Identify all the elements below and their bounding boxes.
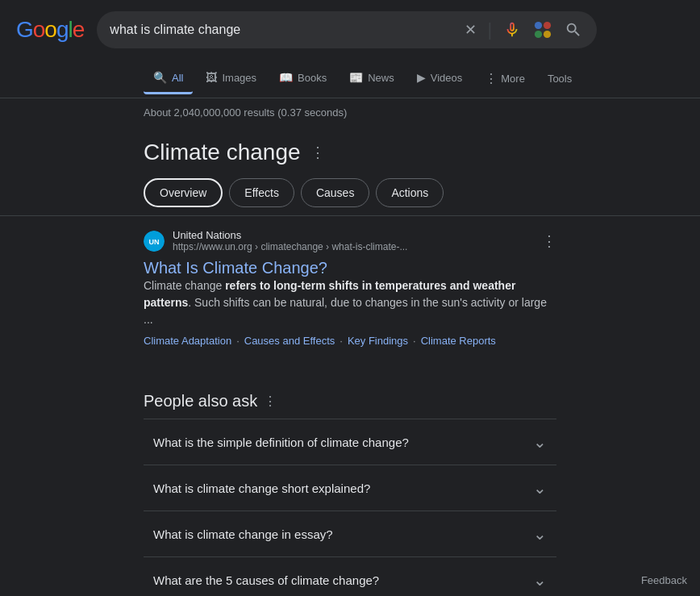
microphone-icon [503, 21, 521, 39]
microphone-button[interactable] [502, 19, 523, 40]
search-bar: ✕ | [97, 11, 597, 48]
feedback-link[interactable]: Feedback [641, 574, 687, 586]
link-sep-2: · [413, 335, 416, 347]
result-link-2[interactable]: Key Findings [348, 335, 408, 347]
tab-images-label: Images [222, 72, 256, 84]
chip-effects[interactable]: Effects [229, 178, 294, 207]
header: Google ✕ | [0, 0, 700, 60]
snippet-before: Climate change [144, 279, 225, 292]
paa-chevron-1: ⌄ [533, 478, 547, 498]
result-source: UN United Nations https://www.un.org › c… [144, 229, 556, 252]
paa-item-3[interactable]: What are the 5 causes of climate change?… [144, 556, 556, 596]
lens-button[interactable] [532, 19, 553, 40]
paa-question-2: What is climate change in essay? [153, 527, 333, 541]
tab-books-label: Books [298, 72, 327, 84]
search-icons: ✕ | [463, 19, 585, 40]
more-button[interactable]: ⋮ More [475, 63, 535, 94]
feedback-bar: Feedback [628, 565, 700, 596]
source-info: United Nations https://www.un.org › clim… [173, 229, 407, 252]
source-menu-icon[interactable]: ⋮ [542, 232, 556, 250]
images-icon: 🖼 [206, 71, 217, 84]
link-sep-0: · [236, 335, 240, 347]
results-count: About 2,040,000,000 results (0.37 second… [0, 98, 700, 127]
paa-menu-icon[interactable]: ⋮ [264, 394, 277, 409]
kp-title: Climate change [144, 140, 301, 165]
knowledge-panel: Climate change ⋮ Overview Effects Causes… [0, 127, 700, 216]
tab-all[interactable]: 🔍 All [144, 63, 193, 94]
link-sep-1: · [340, 335, 343, 347]
kp-title-row: Climate change ⋮ [144, 140, 556, 165]
tools-label: Tools [548, 73, 572, 85]
paa-question-3: What are the 5 causes of climate change? [153, 573, 379, 587]
result-link-0[interactable]: Climate Adaptation [144, 335, 231, 347]
chip-causes[interactable]: Causes [301, 178, 369, 207]
more-dots-icon: ⋮ [485, 71, 498, 86]
all-icon: 🔍 [153, 71, 167, 84]
paa-item-0[interactable]: What is the simple definition of climate… [144, 419, 556, 465]
tab-news[interactable]: 📰 News [340, 63, 404, 94]
un-favicon: UN [144, 231, 165, 252]
result-snippet: Climate change refers to long-term shift… [144, 277, 556, 328]
more-label: More [501, 73, 525, 85]
tab-images[interactable]: 🖼 Images [196, 63, 266, 94]
tab-news-label: News [368, 72, 394, 84]
paa-chevron-3: ⌄ [533, 570, 547, 590]
paa-section: People also ask ⋮ What is the simple def… [0, 379, 700, 596]
result-link-3[interactable]: Climate Reports [421, 335, 496, 347]
result-item: UN United Nations https://www.un.org › c… [144, 229, 556, 347]
result-title[interactable]: What Is Climate Change? [144, 259, 327, 277]
svg-point-3 [544, 31, 551, 38]
chip-overview[interactable]: Overview [144, 178, 223, 207]
snippet-after: . Such shifts can be natural, due to cha… [144, 296, 547, 326]
paa-chevron-2: ⌄ [533, 524, 547, 544]
paa-title-row: People also ask ⋮ [144, 379, 556, 419]
google-logo: Google [16, 17, 84, 43]
svg-point-0 [535, 22, 542, 29]
paa-item-1[interactable]: What is climate change short explained? … [144, 465, 556, 511]
paa-question-0: What is the simple definition of climate… [153, 436, 409, 449]
nav-tabs: 🔍 All 🖼 Images 📖 Books 📰 News ▶ Videos ⋮… [0, 60, 700, 98]
tools-button[interactable]: Tools [538, 65, 581, 93]
search-icon [565, 21, 582, 39]
source-name: United Nations [173, 229, 407, 241]
lens-icon [534, 21, 552, 39]
paa-title: People also ask [144, 392, 257, 411]
results-area: UN United Nations https://www.un.org › c… [0, 216, 700, 379]
paa-item-2[interactable]: What is climate change in essay? ⌄ [144, 511, 556, 556]
search-button[interactable] [563, 19, 584, 40]
news-icon: 📰 [349, 71, 363, 84]
result-links: Climate Adaptation · Causes and Effects … [144, 335, 556, 347]
search-input[interactable] [110, 23, 456, 37]
books-icon: 📖 [279, 71, 293, 84]
result-link-1[interactable]: Causes and Effects [244, 335, 335, 347]
chip-actions[interactable]: Actions [376, 178, 444, 207]
paa-chevron-0: ⌄ [533, 432, 547, 452]
divider: | [488, 19, 493, 40]
clear-button[interactable]: ✕ [463, 19, 478, 40]
videos-icon: ▶ [417, 71, 426, 84]
source-url: https://www.un.org › climatechange › wha… [173, 241, 407, 252]
tab-books[interactable]: 📖 Books [269, 63, 336, 94]
svg-point-2 [535, 31, 542, 38]
svg-point-1 [544, 22, 551, 29]
tab-videos[interactable]: ▶ Videos [407, 63, 473, 94]
svg-text:UN: UN [149, 238, 160, 246]
kp-menu-icon[interactable]: ⋮ [310, 144, 325, 161]
tab-all-label: All [172, 72, 183, 84]
paa-question-1: What is climate change short explained? [153, 481, 370, 495]
tab-videos-label: Videos [431, 72, 463, 84]
kp-chips: Overview Effects Causes Actions [144, 178, 556, 207]
